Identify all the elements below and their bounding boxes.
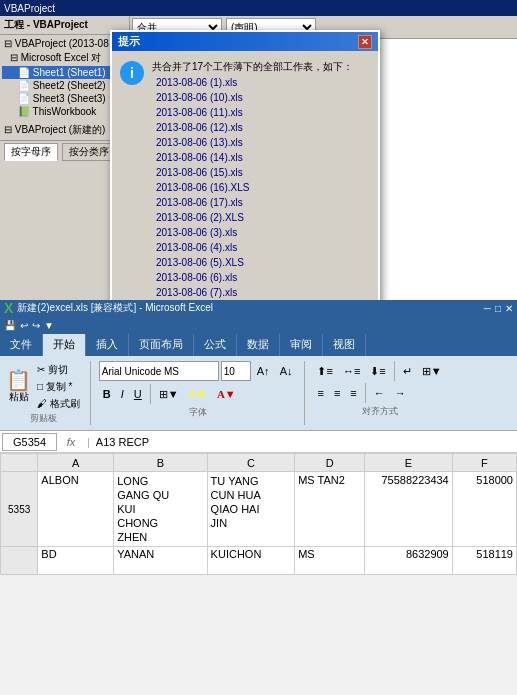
wrap-text-button[interactable]: ↵ bbox=[399, 361, 416, 381]
font-label: 字体 bbox=[99, 406, 297, 419]
close-icon[interactable]: ✕ bbox=[505, 303, 513, 314]
ribbon-divider-1 bbox=[150, 384, 151, 404]
dialog-close-button[interactable]: ✕ bbox=[358, 35, 372, 49]
align-left-button[interactable]: ≡ bbox=[313, 383, 327, 403]
cut-copy-area: ✂ 剪切 □ 复制 * 🖌 格式刷 bbox=[35, 362, 82, 412]
ribbon-divider-3 bbox=[365, 383, 366, 403]
info-icon: i bbox=[120, 61, 144, 85]
vba-thisworkbook[interactable]: 📗 ThisWorkbook bbox=[2, 105, 127, 118]
cell-e5354[interactable]: 8632909 bbox=[365, 547, 453, 575]
customize-icon[interactable]: ▼ bbox=[44, 320, 54, 331]
cell-f5354[interactable]: 518119 bbox=[452, 547, 516, 575]
excel-title-bar: X 新建(2)excel.xls [兼容模式] - Microsoft Exce… bbox=[0, 300, 517, 316]
font-shrink-button[interactable]: A↓ bbox=[276, 363, 297, 379]
minimize-icon[interactable]: ─ bbox=[484, 303, 491, 314]
vba-sheet3[interactable]: 📄 Sheet3 (Sheet3) bbox=[2, 92, 127, 105]
tab-data[interactable]: 数据 bbox=[237, 334, 280, 356]
vba-sheet2[interactable]: 📄 Sheet2 (Sheet2) bbox=[2, 79, 127, 92]
format-painter-button[interactable]: 🖌 格式刷 bbox=[35, 396, 82, 412]
clipboard-section: 📋 粘贴 ✂ 剪切 □ 复制 * 🖌 格式刷 剪贴板 bbox=[6, 361, 91, 425]
cell-e5353[interactable]: 75588223434 bbox=[365, 472, 453, 547]
align-section: ⬆≡ ↔≡ ⬇≡ ↵ ⊞▼ ≡ ≡ ≡ ← → 对齐方式 bbox=[313, 361, 445, 425]
italic-button[interactable]: I bbox=[117, 386, 128, 402]
dialog-content: i 共合并了17个工作薄下的全部工作表，如下： 2013-08-06 (1).x… bbox=[112, 51, 378, 300]
underline-button[interactable]: U bbox=[130, 386, 146, 402]
align-center-button[interactable]: ≡ bbox=[330, 383, 344, 403]
quick-access-toolbar: 💾 ↩ ↪ ▼ bbox=[0, 316, 517, 334]
vba-editor: VBAProject 工程 - VBAProject ⊟ VBAProject … bbox=[0, 0, 517, 300]
maximize-icon[interactable]: □ bbox=[495, 303, 501, 314]
cell-f5353[interactable]: 518000 bbox=[452, 472, 516, 547]
cell-d5353[interactable]: MS TAN2 bbox=[295, 472, 365, 547]
cell-d5354[interactable]: MS bbox=[295, 547, 365, 575]
merge-dialog: 提示 ✕ i 共合并了17个工作薄下的全部工作表，如下： 2013-08-06 … bbox=[110, 30, 380, 300]
col-d-header[interactable]: D bbox=[295, 454, 365, 472]
formula-input[interactable] bbox=[96, 436, 515, 448]
cell-c5353-text: TU YANG CUN HUA QIAO HAI JIN bbox=[211, 474, 292, 530]
vba-excel-objects[interactable]: ⊟ Microsoft Excel 对 bbox=[2, 50, 127, 66]
formula-divider: | bbox=[87, 436, 90, 448]
align-label: 对齐方式 bbox=[313, 405, 445, 418]
col-f-header[interactable]: F bbox=[452, 454, 516, 472]
paste-area[interactable]: 📋 粘贴 bbox=[6, 370, 31, 404]
excel-window: X 新建(2)excel.xls [兼容模式] - Microsoft Exce… bbox=[0, 300, 517, 695]
undo-icon[interactable]: ↩ bbox=[20, 320, 28, 331]
tab-insert[interactable]: 插入 bbox=[86, 334, 129, 356]
dialog-title: 提示 bbox=[118, 34, 140, 49]
fill-color-button[interactable]: A▼ bbox=[185, 386, 211, 402]
font-size-input[interactable] bbox=[221, 361, 251, 381]
indent-dec-button[interactable]: ← bbox=[370, 383, 389, 403]
ribbon-content: 📋 粘贴 ✂ 剪切 □ 复制 * 🖌 格式刷 剪贴板 A↑ bbox=[0, 356, 517, 431]
spreadsheet-area: A B C D E F 5353 ALBON LONG GANG QU KUI … bbox=[0, 453, 517, 575]
vba-tab-category[interactable]: 按分类序 bbox=[62, 143, 116, 161]
tab-formula[interactable]: 公式 bbox=[194, 334, 237, 356]
cell-reference-box[interactable] bbox=[2, 433, 57, 451]
font-color-button[interactable]: A▼ bbox=[213, 386, 240, 402]
tab-layout[interactable]: 页面布局 bbox=[129, 334, 194, 356]
cell-a5354[interactable]: BD bbox=[38, 547, 114, 575]
clipboard-label: 剪贴板 bbox=[30, 412, 57, 425]
table-row: BD YANAN KUICHON MS 8632909 518119 bbox=[1, 547, 517, 575]
table-row: 5353 ALBON LONG GANG QU KUI CHONG ZHEN T… bbox=[1, 472, 517, 547]
col-a-header[interactable]: A bbox=[38, 454, 114, 472]
excel-title: 新建(2)excel.xls [兼容模式] - Microsoft Excel bbox=[17, 301, 213, 315]
font-grow-button[interactable]: A↑ bbox=[253, 363, 274, 379]
cell-b5353[interactable]: LONG GANG QU KUI CHONG ZHEN bbox=[114, 472, 207, 547]
cell-c5353[interactable]: TU YANG CUN HUA QIAO HAI JIN bbox=[207, 472, 295, 547]
row-5353-header: 5353 bbox=[1, 472, 38, 547]
tab-home[interactable]: 开始 bbox=[43, 334, 86, 356]
font-section: A↑ A↓ B I U ⊞▼ A▼ A▼ 字体 bbox=[99, 361, 306, 425]
cell-b5354[interactable]: YANAN bbox=[114, 547, 207, 575]
window-controls: ─ □ ✕ bbox=[484, 303, 513, 314]
cut-button[interactable]: ✂ 剪切 bbox=[35, 362, 82, 378]
cell-a5353[interactable]: ALBON bbox=[38, 472, 114, 547]
tab-review[interactable]: 审阅 bbox=[280, 334, 323, 356]
border-button[interactable]: ⊞▼ bbox=[155, 386, 183, 403]
align-middle-button[interactable]: ↔≡ bbox=[339, 361, 364, 381]
font-name-input[interactable] bbox=[99, 361, 219, 381]
dialog-title-bar: 提示 ✕ bbox=[112, 32, 378, 51]
redo-icon[interactable]: ↪ bbox=[32, 320, 40, 331]
tab-file[interactable]: 文件 bbox=[0, 334, 43, 356]
indent-inc-button[interactable]: → bbox=[391, 383, 410, 403]
bold-button[interactable]: B bbox=[99, 386, 115, 402]
save-icon[interactable]: 💾 bbox=[4, 320, 16, 331]
align-right-button[interactable]: ≡ bbox=[346, 383, 360, 403]
vba-sheet1[interactable]: 📄 Sheet1 (Sheet1) bbox=[2, 66, 127, 79]
copy-button[interactable]: □ 复制 * bbox=[35, 379, 82, 395]
align-top-button[interactable]: ⬆≡ bbox=[313, 361, 336, 381]
cell-c5354[interactable]: KUICHON bbox=[207, 547, 295, 575]
vba-project-1[interactable]: ⊟ VBAProject (2013-08 bbox=[2, 37, 127, 50]
merge-button[interactable]: ⊞▼ bbox=[418, 361, 446, 381]
col-c-header[interactable]: C bbox=[207, 454, 295, 472]
align-bottom-button[interactable]: ⬇≡ bbox=[366, 361, 389, 381]
tab-view[interactable]: 视图 bbox=[323, 334, 366, 356]
excel-logo-icon: X bbox=[4, 300, 13, 316]
col-e-header[interactable]: E bbox=[365, 454, 453, 472]
vba-project-2[interactable]: ⊟ VBAProject (新建的) bbox=[2, 122, 127, 138]
ribbon-divider-2 bbox=[394, 361, 395, 381]
dialog-message: 共合并了17个工作薄下的全部工作表，如下： bbox=[152, 59, 353, 75]
col-b-header[interactable]: B bbox=[114, 454, 207, 472]
vba-tab-alpha[interactable]: 按字母序 bbox=[4, 143, 58, 161]
paste-icon: 📋 bbox=[6, 370, 31, 390]
